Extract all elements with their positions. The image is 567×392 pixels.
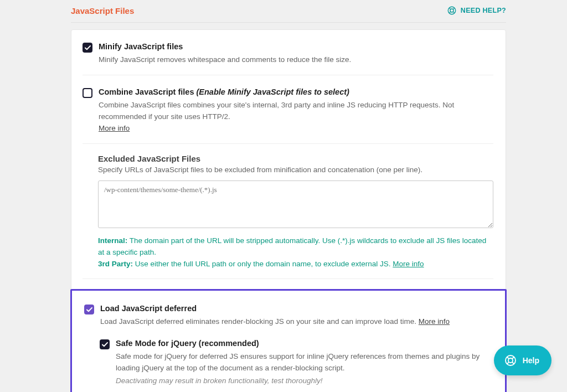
defer-desc: Load JavaScript deferred eliminates rend… <box>100 316 492 328</box>
excluded-more-info[interactable]: More info <box>393 260 424 268</box>
svg-line-3 <box>453 8 455 9</box>
svg-line-2 <box>449 8 451 9</box>
lifebuoy-icon <box>447 6 457 16</box>
note-internal-label: Internal: <box>98 236 127 245</box>
combine-hint: (Enable Minify JavaScript files to selec… <box>196 87 349 96</box>
svg-line-5 <box>453 12 455 13</box>
settings-card: Minify JavaScript files Minify JavaScrip… <box>71 29 506 392</box>
combine-desc-text: Combine JavaScript files combines your s… <box>99 101 454 121</box>
svg-line-9 <box>512 357 514 359</box>
setting-safemode: Safe Mode for jQuery (recommended) Safe … <box>100 339 492 385</box>
note-3rd-text: Use either the full URL path or only the… <box>133 260 393 268</box>
combine-desc: Combine JavaScript files combines your s… <box>99 100 493 135</box>
note-3rd-label: 3rd Party: <box>98 260 133 268</box>
safemode-desc: Safe mode for jQuery for deferred JS ens… <box>116 351 492 374</box>
defer-checkbox[interactable] <box>84 305 94 314</box>
defer-label: Load JavaScript deferred <box>100 304 492 313</box>
excluded-note: Internal: The domain part of the URL wil… <box>98 235 493 270</box>
combine-label: Combine JavaScript files (Enable Minify … <box>99 87 493 96</box>
defer-more-info[interactable]: More info <box>419 317 450 326</box>
combine-label-text: Combine JavaScript files <box>99 87 194 96</box>
need-help-link[interactable]: NEED HELP? <box>447 6 506 16</box>
minify-body: Minify JavaScript files Minify JavaScrip… <box>99 42 493 66</box>
defer-body: Load JavaScript deferred Load JavaScript… <box>100 304 492 328</box>
note-internal-text: The domain part of the URL will be strip… <box>98 236 486 256</box>
combine-checkbox[interactable] <box>83 88 92 98</box>
check-icon <box>102 342 108 347</box>
setting-minify: Minify JavaScript files Minify JavaScrip… <box>83 40 493 75</box>
svg-line-10 <box>507 362 509 364</box>
excluded-title: Excluded JavaScript Files <box>98 154 493 163</box>
help-widget[interactable]: Help <box>494 345 551 375</box>
section-title: JavaScript Files <box>71 6 134 16</box>
combine-body: Combine JavaScript files (Enable Minify … <box>99 87 493 135</box>
svg-point-1 <box>450 9 453 12</box>
lifebuoy-icon <box>504 354 517 367</box>
svg-point-7 <box>508 358 513 363</box>
defer-desc-text: Load JavaScript deferred eliminates rend… <box>100 317 419 326</box>
minify-checkbox[interactable] <box>83 43 92 53</box>
minify-label: Minify JavaScript files <box>99 42 493 51</box>
combine-more-info[interactable]: More info <box>99 124 130 132</box>
safemode-warn: Deactivating may result in broken functi… <box>116 376 492 385</box>
svg-line-4 <box>449 12 451 13</box>
svg-line-8 <box>507 357 509 359</box>
svg-line-11 <box>512 362 514 364</box>
settings-page: JavaScript Files NEED HELP? Minify JavaS… <box>0 0 567 392</box>
check-icon <box>85 45 91 50</box>
safemode-body: Safe Mode for jQuery (recommended) Safe … <box>116 339 492 385</box>
check-icon <box>86 307 92 312</box>
excluded-block: Excluded JavaScript Files Specify URLs o… <box>83 154 493 280</box>
setting-defer: Load JavaScript deferred Load JavaScript… <box>84 302 492 328</box>
excluded-textarea[interactable] <box>98 180 493 228</box>
minify-desc: Minify JavaScript removes whitespace and… <box>99 54 493 66</box>
safemode-label: Safe Mode for jQuery (recommended) <box>116 339 492 348</box>
page-header: JavaScript Files NEED HELP? <box>71 6 506 23</box>
need-help-label: NEED HELP? <box>461 7 506 14</box>
excluded-sub: Specify URLs of JavaScript files to be e… <box>98 166 493 174</box>
safemode-checkbox[interactable] <box>100 339 110 349</box>
setting-combine: Combine JavaScript files (Enable Minify … <box>83 85 493 144</box>
defer-highlight-group: Load JavaScript deferred Load JavaScript… <box>70 289 507 392</box>
help-widget-label: Help <box>523 356 539 365</box>
